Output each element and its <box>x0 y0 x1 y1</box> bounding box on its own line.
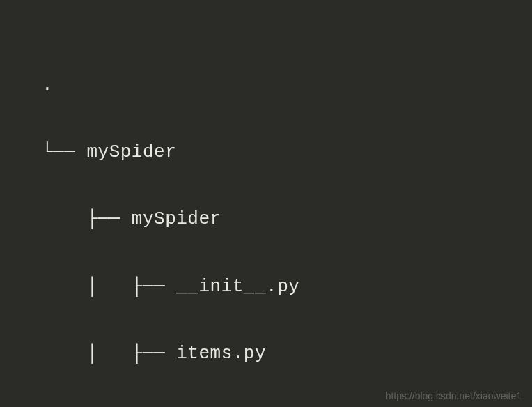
directory-tree: . └── mySpider ├── mySpider │ ├── __init… <box>42 35 532 407</box>
tree-prefix: │ ├── <box>42 343 176 364</box>
tree-node-name: __init__.py <box>176 276 299 297</box>
tree-prefix: ├── <box>42 208 132 229</box>
tree-node-name: mySpider <box>132 208 221 229</box>
tree-node-name: mySpider <box>86 141 176 162</box>
tree-root: . <box>42 68 532 102</box>
tree-node-name: items.py <box>176 343 266 364</box>
watermark-text: https://blog.csdn.net/xiaoweite1 <box>386 390 522 401</box>
tree-line: └── mySpider <box>42 135 532 169</box>
tree-line: │ ├── __init__.py <box>42 270 532 303</box>
tree-line: │ ├── pipelines.py <box>42 404 532 407</box>
tree-line: ├── mySpider <box>42 202 532 236</box>
tree-prefix: └── <box>42 141 86 162</box>
tree-line: │ ├── items.py <box>42 337 532 370</box>
tree-prefix: │ ├── <box>42 276 176 297</box>
